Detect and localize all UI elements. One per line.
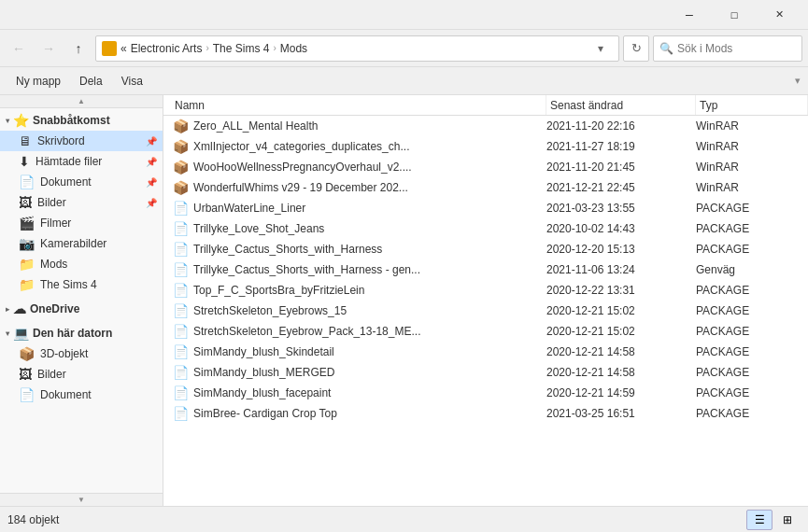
file-type: PACKAGE xyxy=(696,407,808,420)
onedrive-cloud-icon: ☁ xyxy=(13,301,26,316)
table-row[interactable]: 📄 SimBree- Cardigan Crop Top 2021-03-25 … xyxy=(163,403,808,424)
file-type: PACKAGE xyxy=(696,366,808,379)
maximize-button[interactable]: □ xyxy=(713,0,756,30)
sidebar-scroll-down[interactable]: ▼ xyxy=(0,493,163,506)
large-icons-view-button[interactable]: ⊞ xyxy=(774,510,801,530)
table-row[interactable]: 📄 Trillyke_Love_Shot_Jeans 2020-10-02 14… xyxy=(163,218,808,239)
file-type: WinRAR xyxy=(696,119,808,133)
breadcrumb-sep-1: › xyxy=(206,43,208,53)
sidebar-item-skrivbord[interactable]: 🖥 Skrivbord 📌 xyxy=(0,131,163,151)
expand-handle[interactable]: ▾ xyxy=(795,75,801,87)
file-type: PACKAGE xyxy=(696,284,808,297)
main-area: ▲ ▾ ⭐ Snabbåtkomst 🖥 Skrivbord 📌 ⬇ Hämta… xyxy=(0,95,808,506)
view-buttons: ☰ ⊞ xyxy=(746,510,801,530)
sidebar-item-the-sims-4[interactable]: 📁 The Sims 4 xyxy=(0,274,163,295)
hamtade-filer-label: Hämtade filer xyxy=(35,155,140,168)
den-har-datorn-computer-icon: 💻 xyxy=(13,326,29,341)
snabbatkomst-label: Snabbåtkomst xyxy=(33,114,110,127)
sidebar-item-dokument[interactable]: 📄 Dokument 📌 xyxy=(0,172,163,192)
col-header-date[interactable]: Senast ändrad xyxy=(546,95,696,115)
den-har-datorn-label: Den här datorn xyxy=(33,327,112,340)
file-name: WonderfulWhims v29 - 19 December 202... xyxy=(193,181,546,194)
kamerabilder-icon: 📷 xyxy=(19,236,35,251)
back-button[interactable]: ← xyxy=(6,35,32,62)
den-har-datorn-expand-icon: ▾ xyxy=(6,329,9,338)
table-row[interactable]: 📄 Top_F_C_SportsBra_byFritzieLein 2020-1… xyxy=(163,280,808,301)
sidebar-scroll-up[interactable]: ▲ xyxy=(0,95,163,108)
file-name: Trillyke_Cactus_Shorts_with_Harness xyxy=(193,243,546,256)
table-row[interactable]: 📦 WooHooWellnessPregnancyOverhaul_v2....… xyxy=(163,157,808,177)
onedrive-expand-icon: ▸ xyxy=(6,305,9,314)
file-type: PACKAGE xyxy=(696,325,808,338)
table-row[interactable]: 📦 XmlInjector_v4_categories_duplicates_c… xyxy=(163,136,808,157)
view-button-toolbar[interactable]: Visa xyxy=(113,71,151,91)
filmer-icon: 🎬 xyxy=(19,216,35,231)
sidebar-item-dokument2[interactable]: 📄 Dokument xyxy=(0,385,163,405)
table-row[interactable]: 📄 SimMandy_blush_Skindetail 2020-12-21 1… xyxy=(163,342,808,362)
bilder2-icon: 🖼 xyxy=(19,367,32,382)
sidebar-item-bilder2[interactable]: 🖼 Bilder xyxy=(0,364,163,385)
file-date: 2020-12-22 13:31 xyxy=(546,284,696,297)
sidebar-item-kamerabilder[interactable]: 📷 Kamerabilder xyxy=(0,233,163,254)
file-type-icon: 📄 xyxy=(171,283,190,298)
breadcrumb-the-sims-4: The Sims 4 xyxy=(213,42,270,55)
sidebar-item-3d-objekt[interactable]: 📦 3D-objekt xyxy=(0,343,163,364)
close-button[interactable]: ✕ xyxy=(758,0,801,30)
onedrive-header[interactable]: ▸ ☁ OneDrive xyxy=(0,299,163,319)
file-date: 2020-12-21 14:58 xyxy=(546,366,696,379)
onedrive-section: ▸ ☁ OneDrive xyxy=(0,297,163,321)
table-row[interactable]: 📦 WonderfulWhims v29 - 19 December 202..… xyxy=(163,177,808,198)
sidebar-item-bilder[interactable]: 🖼 Bilder 📌 xyxy=(0,192,163,213)
file-date: 2020-12-21 15:02 xyxy=(546,325,696,338)
column-headers: Namn Senast ändrad Typ xyxy=(163,95,808,116)
search-bar[interactable]: 🔍 xyxy=(653,35,802,62)
onedrive-label: OneDrive xyxy=(30,302,79,315)
table-row[interactable]: 📦 Zero_ALL_Mental Health 2021-11-20 22:1… xyxy=(163,116,808,136)
file-list: 📦 Zero_ALL_Mental Health 2021-11-20 22:1… xyxy=(163,116,808,506)
table-row[interactable]: 📄 SimMandy_blush_facepaint 2020-12-21 14… xyxy=(163,383,808,403)
new-folder-button[interactable]: Ny mapp xyxy=(7,71,69,91)
address-bar[interactable]: « Electronic Arts › The Sims 4 › Mods ▾ xyxy=(95,35,619,62)
refresh-button[interactable]: ↻ xyxy=(623,35,649,62)
breadcrumb-mods: Mods xyxy=(280,42,307,55)
table-row[interactable]: 📄 StretchSkeleton_Eyebrow_Pack_13-18_ME.… xyxy=(163,321,808,342)
sidebar-item-filmer[interactable]: 🎬 Filmer xyxy=(0,213,163,233)
bilder-label: Bilder xyxy=(37,196,140,209)
table-row[interactable]: 📄 StretchSkeleton_Eyebrows_15 2020-12-21… xyxy=(163,301,808,321)
address-folder-icon xyxy=(102,41,117,56)
sidebar-item-hamtade-filer[interactable]: ⬇ Hämtade filer 📌 xyxy=(0,151,163,172)
address-dropdown-arrow[interactable]: ▾ xyxy=(598,42,613,55)
sidebar-item-mods[interactable]: 📁 Mods xyxy=(0,254,163,274)
search-input[interactable] xyxy=(677,42,808,55)
details-view-button[interactable]: ☰ xyxy=(746,510,773,530)
table-row[interactable]: 📄 UrbanWaterLine_Liner 2021-03-23 13:55 … xyxy=(163,198,808,218)
snabbatkomst-header[interactable]: ▾ ⭐ Snabbåtkomst xyxy=(0,110,163,131)
snabbatkomst-expand-icon: ▾ xyxy=(6,117,9,125)
file-name: UrbanWaterLine_Liner xyxy=(193,202,546,215)
snabbatkomst-section: ▾ ⭐ Snabbåtkomst 🖥 Skrivbord 📌 ⬇ Hämtade… xyxy=(0,108,163,297)
file-type-icon: 📄 xyxy=(171,201,190,216)
up-button[interactable]: ↑ xyxy=(65,35,92,62)
snabbatkomst-star-icon: ⭐ xyxy=(13,113,29,128)
den-har-datorn-header[interactable]: ▾ 💻 Den här datorn xyxy=(0,323,163,343)
status-bar: 184 objekt ☰ ⊞ xyxy=(0,506,808,532)
col-header-type[interactable]: Typ xyxy=(696,95,808,115)
dokument2-label: Dokument xyxy=(40,388,157,401)
table-row[interactable]: 📄 Trillyke_Cactus_Shorts_with_Harness - … xyxy=(163,259,808,280)
dokument-icon: 📄 xyxy=(19,175,35,189)
file-type: PACKAGE xyxy=(696,222,808,235)
breadcrumb-chevron: « xyxy=(120,42,127,55)
col-header-name[interactable]: Namn xyxy=(171,95,546,115)
share-button[interactable]: Dela xyxy=(71,71,111,91)
minimize-button[interactable]: ─ xyxy=(668,0,711,30)
file-date: 2020-10-02 14:43 xyxy=(546,222,696,235)
table-row[interactable]: 📄 Trillyke_Cactus_Shorts_with_Harness 20… xyxy=(163,239,808,259)
file-type-icon: 📦 xyxy=(171,180,190,195)
table-row[interactable]: 📄 SimMandy_blush_MERGED 2020-12-21 14:58… xyxy=(163,362,808,383)
file-type-icon: 📦 xyxy=(171,160,190,175)
skrivbord-label: Skrivbord xyxy=(37,134,140,147)
the-sims-4-folder-icon: 📁 xyxy=(19,277,35,292)
file-name: Top_F_C_SportsBra_byFritzieLein xyxy=(193,284,546,297)
forward-button[interactable]: → xyxy=(35,35,62,62)
file-type: PACKAGE xyxy=(696,202,808,215)
